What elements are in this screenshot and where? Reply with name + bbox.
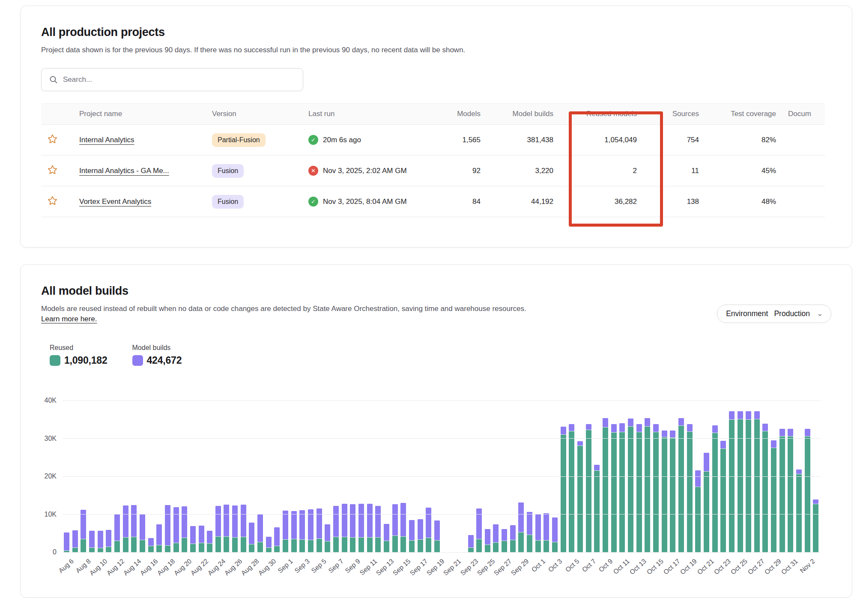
reused-segment bbox=[392, 535, 398, 552]
reused-segment bbox=[502, 541, 507, 552]
builds-segment bbox=[754, 411, 760, 419]
reused-segment bbox=[695, 487, 701, 552]
builds-segment bbox=[131, 505, 137, 536]
builds-segment bbox=[207, 531, 212, 543]
builds-segment bbox=[266, 537, 272, 547]
builds-segment bbox=[645, 418, 650, 426]
builds-segment bbox=[771, 440, 776, 448]
builds-segment bbox=[805, 429, 810, 436]
reused-segment bbox=[156, 545, 162, 552]
builds-segment bbox=[552, 517, 558, 542]
cell-models: 84 bbox=[444, 186, 487, 217]
x-axis-label: Sep 7 bbox=[327, 557, 345, 574]
builds-segment bbox=[190, 526, 196, 544]
x-axis-label: Oct 23 bbox=[713, 557, 732, 576]
table-row: Internal AnalyticsPartial-Fusion✓20m 6s … bbox=[41, 125, 825, 155]
reused-segment bbox=[140, 540, 145, 552]
project-search[interactable] bbox=[41, 68, 303, 91]
cell-model-builds: 381,438 bbox=[487, 125, 559, 155]
reused-segment bbox=[704, 471, 709, 552]
reused-segment bbox=[308, 540, 314, 552]
environment-dropdown[interactable]: Environment Production ⌄ bbox=[717, 305, 831, 323]
x-axis-label: Sep 3 bbox=[293, 557, 311, 574]
builds-segment bbox=[426, 508, 431, 537]
search-input[interactable] bbox=[63, 75, 295, 84]
reused-segment bbox=[114, 541, 120, 552]
star-icon[interactable] bbox=[47, 195, 58, 206]
cell-reused-models: 36,282 bbox=[559, 186, 643, 217]
reused-segment bbox=[561, 434, 566, 552]
last-run-text: Nov 3, 2025, 8:04 AM GM bbox=[323, 197, 407, 206]
column-header-sources: Sources bbox=[643, 104, 705, 125]
builds-segment bbox=[603, 418, 608, 427]
cell-models: 92 bbox=[444, 155, 487, 186]
builds-segment bbox=[114, 514, 120, 541]
builds-segment bbox=[762, 424, 768, 431]
cell-docs bbox=[782, 155, 825, 186]
learn-more-link[interactable]: Learn more here. bbox=[41, 315, 97, 323]
builds-segment bbox=[283, 511, 288, 539]
reused-segment bbox=[468, 547, 474, 552]
reused-segment bbox=[165, 545, 170, 552]
reused-segment bbox=[367, 537, 373, 552]
chevron-down-icon: ⌄ bbox=[817, 311, 823, 317]
x-axis-label: Sep 13 bbox=[375, 557, 396, 577]
search-icon bbox=[49, 75, 58, 84]
builds-segment bbox=[215, 506, 221, 536]
project-link[interactable]: Vortex Event Analytics bbox=[79, 197, 151, 206]
projects-card-title: All production projects bbox=[41, 26, 831, 39]
builds-segment bbox=[89, 531, 95, 547]
x-axis-label: Oct 19 bbox=[679, 557, 699, 576]
legend-reused: Reused 1,090,182 bbox=[50, 344, 108, 366]
x-axis-label: Sep 23 bbox=[459, 557, 480, 577]
version-badge: Fusion bbox=[212, 164, 244, 178]
reused-segment bbox=[232, 537, 238, 552]
x-axis-label: Sep 25 bbox=[476, 557, 497, 577]
reused-segment bbox=[299, 539, 305, 552]
environment-value: Production bbox=[774, 309, 810, 318]
legend-reused-value: 1,090,182 bbox=[64, 355, 108, 366]
projects-card-subtitle: Project data shown is for the previous 9… bbox=[41, 45, 831, 55]
y-axis-label: 30K bbox=[45, 435, 57, 443]
reused-segment bbox=[426, 538, 431, 553]
x-axis-label: Aug 16 bbox=[139, 557, 160, 577]
reused-segment bbox=[476, 539, 482, 552]
project-link[interactable]: Internal Analytics bbox=[79, 136, 134, 144]
column-header-docum: Docum bbox=[782, 104, 825, 125]
reused-segment bbox=[796, 474, 802, 552]
version-badge: Fusion bbox=[212, 195, 244, 209]
builds-segment bbox=[392, 504, 398, 535]
builds-segment bbox=[98, 531, 103, 548]
reused-segment bbox=[527, 535, 532, 552]
star-icon[interactable] bbox=[47, 164, 58, 176]
builds-segment bbox=[695, 470, 701, 487]
reused-segment bbox=[350, 537, 355, 552]
x-axis-label: Sep 5 bbox=[310, 557, 328, 574]
builds-segment bbox=[72, 530, 78, 547]
builds-segment bbox=[543, 513, 549, 540]
reused-segment bbox=[131, 537, 137, 552]
reused-segment bbox=[518, 532, 524, 552]
gridline bbox=[63, 438, 821, 439]
reused-segment bbox=[552, 542, 558, 552]
project-link[interactable]: Internal Analytics - GA Me... bbox=[79, 167, 169, 175]
builds-segment bbox=[485, 529, 490, 544]
y-axis-label: 10K bbox=[45, 511, 57, 518]
x-axis-label: Oct 13 bbox=[628, 557, 648, 576]
reused-segment bbox=[577, 446, 583, 552]
x-axis-label: Sep 11 bbox=[358, 557, 379, 577]
column-header-last-run: Last run bbox=[302, 104, 444, 125]
x-axis-label: Aug 20 bbox=[173, 557, 194, 577]
chart-legend: Reused 1,090,182 Model builds 424,672 bbox=[50, 344, 831, 366]
star-icon[interactable] bbox=[47, 134, 58, 145]
reused-segment bbox=[72, 547, 78, 553]
table-row: Vortex Event AnalyticsFusion✓Nov 3, 2025… bbox=[41, 186, 825, 217]
reused-segment bbox=[199, 543, 204, 552]
builds-segment bbox=[173, 507, 179, 543]
x-axis-label: Aug 6 bbox=[57, 557, 75, 574]
builds-card-subtitle: Models are reused instead of rebuilt whe… bbox=[41, 304, 546, 324]
builds-segment bbox=[594, 465, 600, 470]
reused-segment bbox=[653, 432, 659, 552]
builds-segment bbox=[720, 441, 726, 449]
y-axis-label: 20K bbox=[45, 472, 57, 480]
